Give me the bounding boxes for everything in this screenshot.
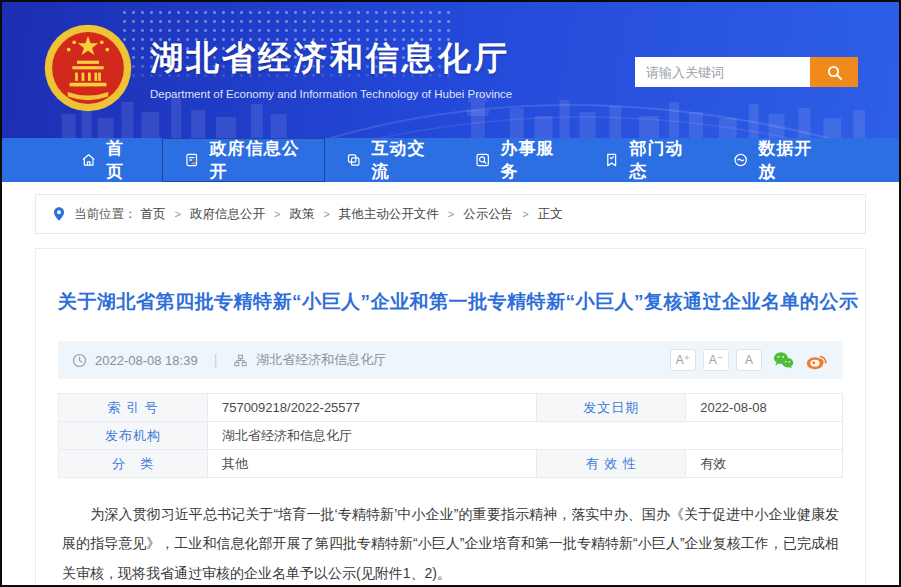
nav-item-services[interactable]: 办事服务	[454, 138, 583, 182]
services-icon	[474, 150, 491, 170]
crumb-separator: >	[448, 208, 454, 220]
font-smaller-button[interactable]: A⁻	[703, 349, 729, 371]
index-number-label: 索 引 号	[59, 394, 208, 422]
validity-value: 有效	[686, 450, 843, 478]
brand-text: 湖北省经济和信息化厅 Department of Economy and Inf…	[150, 36, 512, 100]
nav-label: 部门动态	[629, 137, 692, 183]
validity-label: 有 效 性	[537, 450, 686, 478]
site-header: 湖北省经济和信息化厅 Department of Economy and Inf…	[2, 2, 899, 138]
publish-time: 2022-08-08 18:39	[95, 353, 198, 368]
nav-item-interaction[interactable]: 互动交流	[325, 138, 454, 182]
nav-label: 互动交流	[371, 137, 434, 183]
main-nav: 首 页 政府信息公开 互动交流 办事服务 部门动态	[2, 138, 899, 182]
location-pin-icon	[51, 206, 67, 222]
issuing-org-value: 湖北省经济和信息化厅	[207, 422, 842, 450]
page: 湖北省经济和信息化厅 Department of Economy and Inf…	[0, 0, 901, 587]
weibo-share-button[interactable]	[805, 348, 829, 372]
index-number-value: 757009218/2022-25577	[207, 394, 536, 422]
nav-item-data-open[interactable]: 数据开放	[712, 138, 841, 182]
source-icon	[233, 353, 248, 368]
weibo-icon	[805, 348, 829, 372]
meta-divider: |	[214, 352, 218, 368]
crumb-info-disclosure[interactable]: 政府信息公开	[190, 206, 265, 223]
issue-date-label: 发文日期	[537, 394, 686, 422]
nav-item-info-disclosure[interactable]: 政府信息公开	[162, 138, 325, 182]
crumb-separator: >	[274, 208, 280, 220]
crumb-current-article: 正文	[538, 206, 563, 223]
font-larger-button[interactable]: A⁺	[670, 349, 696, 371]
nav-label: 政府信息公开	[210, 137, 304, 183]
site-search	[635, 57, 858, 87]
article-card: 关于湖北省第四批专精特新“小巨人”企业和第一批专精特新“小巨人”复核通过企业名单…	[35, 248, 866, 587]
nav-label: 办事服务	[500, 137, 563, 183]
national-emblem-logo	[42, 22, 134, 114]
article-meta-bar: 2022-08-08 18:39 | 湖北省经济和信息化厅 A⁺ A⁻ A	[58, 341, 843, 379]
crumb-announcements[interactable]: 公示公告	[463, 206, 513, 223]
nav-item-home[interactable]: 首 页	[60, 138, 162, 182]
nav-label: 首 页	[106, 137, 142, 183]
category-label: 分 类	[59, 450, 208, 478]
breadcrumb-label: 当前位置：	[74, 206, 137, 223]
category-value: 其他	[207, 450, 536, 478]
article-meta-right: A⁺ A⁻ A	[670, 348, 829, 372]
table-row: 发布机构 湖北省经济和信息化厅	[59, 422, 843, 450]
article-source: 湖北省经济和信息化厅	[256, 351, 386, 369]
issue-date-value: 2022-08-08	[686, 394, 843, 422]
nav-item-news[interactable]: 部门动态	[583, 138, 712, 182]
nav-label: 数据开放	[758, 137, 821, 183]
crumb-policy[interactable]: 政策	[289, 206, 314, 223]
crumb-other-documents[interactable]: 其他主动公开文件	[339, 206, 439, 223]
news-icon	[603, 150, 620, 170]
interaction-icon	[345, 150, 362, 170]
crumb-separator: >	[522, 208, 528, 220]
wechat-icon	[772, 349, 795, 372]
crumb-home[interactable]: 首页	[141, 206, 166, 223]
font-reset-button[interactable]: A	[736, 349, 762, 371]
home-icon	[80, 150, 97, 170]
article-meta-left: 2022-08-08 18:39 | 湖北省经济和信息化厅	[72, 351, 386, 369]
data-open-icon	[732, 150, 749, 170]
breadcrumb: 当前位置： 首页 > 政府信息公开 > 政策 > 其他主动公开文件 > 公示公告…	[35, 194, 866, 234]
issuing-org-label: 发布机构	[59, 422, 208, 450]
article-title: 关于湖北省第四批专精特新“小巨人”企业和第一批专精特新“小巨人”复核通过企业名单…	[58, 289, 843, 315]
info-disclosure-icon	[183, 150, 200, 170]
search-icon	[826, 64, 843, 81]
site-brand: 湖北省经济和信息化厅 Department of Economy and Inf…	[42, 22, 512, 114]
search-input[interactable]	[635, 57, 810, 87]
crumb-separator: >	[323, 208, 329, 220]
wechat-share-button[interactable]	[772, 349, 795, 372]
article-body: 为深入贯彻习近平总书记关于“培育一批‘专精特新’中小企业”的重要指示精神，落实中…	[62, 500, 839, 587]
search-button[interactable]	[810, 57, 858, 87]
clock-icon	[72, 353, 87, 368]
table-row: 分 类 其他 有 效 性 有效	[59, 450, 843, 478]
crumb-separator: >	[175, 208, 181, 220]
site-title: 湖北省经济和信息化厅	[150, 36, 512, 81]
site-subtitle: Department of Economy and Information Te…	[150, 88, 512, 100]
document-meta-table: 索 引 号 757009218/2022-25577 发文日期 2022-08-…	[58, 393, 843, 478]
table-row: 索 引 号 757009218/2022-25577 发文日期 2022-08-…	[59, 394, 843, 422]
